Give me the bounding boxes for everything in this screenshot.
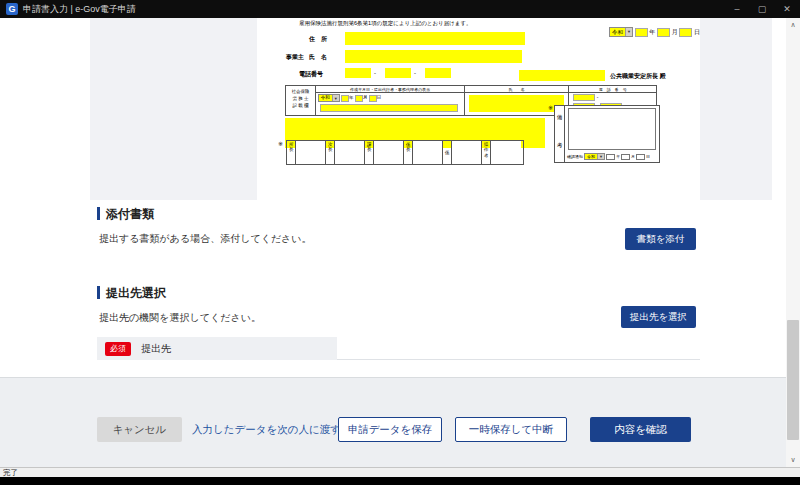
egov-favicon-icon: G xyxy=(6,3,18,15)
phone-dash: - xyxy=(414,70,416,76)
employer-label: 事業主 xyxy=(286,53,304,62)
close-icon[interactable]: ✕ xyxy=(775,0,799,18)
phone-field-1[interactable] xyxy=(345,68,371,78)
address-field[interactable] xyxy=(345,32,525,45)
save-and-suspend-button[interactable]: 一時保存して中断 xyxy=(455,417,567,442)
remarks-label-top: 備 xyxy=(557,114,563,121)
sr-era-select[interactable]: 令和▼ xyxy=(318,94,340,102)
month-unit: 月 xyxy=(672,29,678,35)
law-statement-text: 雇用保険法施行規則第6条第1項の規定により上記のとおり届けます。 xyxy=(299,20,472,27)
scroll-down-icon[interactable]: ∨ xyxy=(786,453,800,467)
office-suffix-label: 公共職業安定所長 殿 xyxy=(610,72,666,81)
confirm-notice-row: 確認通知 令和▼ 年 月 日 xyxy=(567,153,650,160)
employer-name-label: 氏 名 xyxy=(309,53,327,62)
sr-month-field[interactable] xyxy=(355,95,363,102)
browser-status-bar: 完了 xyxy=(0,467,800,477)
phone-field-2[interactable] xyxy=(385,68,411,78)
address-label: 住 所 xyxy=(309,35,327,44)
confirm-notice-label: 確認通知 xyxy=(567,154,583,159)
confirm-day-field[interactable] xyxy=(636,154,645,160)
vertical-scrollbar[interactable]: ∧ ∨ xyxy=(786,18,800,467)
phone-field-3[interactable] xyxy=(425,68,451,78)
save-application-data-button[interactable]: 申請データを保存 xyxy=(338,417,442,442)
phone-label: 電話番号 xyxy=(299,70,323,79)
destination-field-row: 必須 提出先 xyxy=(97,337,700,360)
stamp-cell xyxy=(296,141,326,164)
sr-rowhead: 社会保険 労 務 士 記 載 欄 xyxy=(286,86,316,115)
minimize-icon[interactable]: – xyxy=(725,0,749,18)
attach-documents-button[interactable]: 書類を添付 xyxy=(625,228,696,250)
stamp-label: 課長 xyxy=(365,141,374,164)
office-name-field[interactable] xyxy=(519,70,605,81)
stamp-cell xyxy=(413,141,443,164)
destination-section-title: 提出先選択 xyxy=(106,285,166,302)
remarks-inner-box xyxy=(568,108,656,150)
stamp-label: 操作者 xyxy=(482,141,491,164)
scrollbar-thumb[interactable] xyxy=(787,320,799,440)
required-badge: 必須 xyxy=(105,342,131,356)
stamp-label: 次長 xyxy=(326,141,335,164)
chevron-down-icon: ▼ xyxy=(597,154,604,159)
stamp-label: 係 xyxy=(443,141,452,164)
attachments-description: 提出する書類がある場合、添付してください。 xyxy=(99,232,312,246)
sr-agent-field[interactable] xyxy=(320,104,458,112)
destination-field-label: 提出先 xyxy=(141,342,171,356)
stamp-cell xyxy=(452,141,482,164)
bottom-black-bar xyxy=(0,477,800,485)
section-accent-bar xyxy=(97,207,100,220)
remarks-box: 備 考 確認通知 令和▼ 年 月 日 xyxy=(554,105,660,163)
day-unit: 日 xyxy=(694,29,700,35)
form-sheet: 雇用保険法施行規則第6条第1項の規定により上記のとおり届けます。 令和▼ 年 月… xyxy=(257,18,700,200)
window-title: 申請書入力 | e-Gov電子申請 xyxy=(23,3,136,16)
phone-dash: - xyxy=(374,70,376,76)
sr-year-field[interactable] xyxy=(341,95,349,102)
employer-name-field[interactable] xyxy=(345,50,522,63)
month-field[interactable] xyxy=(657,28,670,37)
stamp-label: 所長 xyxy=(287,141,296,164)
asterisk-mark: ※ xyxy=(548,104,553,111)
handover-data-link[interactable]: 入力したデータを次の人に渡す場合 xyxy=(192,423,362,437)
confirm-year-field[interactable] xyxy=(606,154,615,160)
scroll-up-icon[interactable]: ∧ xyxy=(786,18,800,32)
day-field[interactable] xyxy=(679,28,692,37)
stamp-cell xyxy=(374,141,404,164)
window-titlebar: G 申請書入力 | e-Gov電子申請 – ▢ ✕ xyxy=(0,0,800,18)
application-window: G 申請書入力 | e-Gov電子申請 – ▢ ✕ 雇用保険法施行規則第6条第1… xyxy=(0,0,800,485)
stamp-label: 係長 xyxy=(404,141,413,164)
year-field[interactable] xyxy=(635,28,648,37)
attachments-section-title: 添付書類 xyxy=(106,206,154,223)
confirm-era-select[interactable]: 令和▼ xyxy=(584,153,605,160)
sr-day-field[interactable] xyxy=(369,95,377,102)
sr-date-column: 作成年月日・提出代行者・事務代理者の表示 令和▼ 年 月 日 xyxy=(316,86,465,115)
destination-label-cell: 必須 提出先 xyxy=(97,337,337,360)
confirm-month-field[interactable] xyxy=(621,154,630,160)
era-select[interactable]: 令和▼ xyxy=(609,27,633,37)
asterisk-mark: ※ xyxy=(278,140,283,147)
select-destination-button[interactable]: 提出先を選択 xyxy=(621,306,696,328)
maximize-icon[interactable]: ▢ xyxy=(750,0,774,18)
stamp-cell xyxy=(335,141,365,164)
destination-description: 提出先の機関を選択してください。 xyxy=(99,311,261,325)
form-preview-panel: 雇用保険法施行規則第6条第1項の規定により上記のとおり届けます。 令和▼ 年 月… xyxy=(90,18,772,200)
stamp-cell xyxy=(491,141,521,164)
cancel-button[interactable]: キャンセル xyxy=(97,417,182,442)
status-text: 完了 xyxy=(3,468,18,477)
approval-stamp-table: 所長 次長 課長 係長 係 操作者 xyxy=(286,140,524,165)
remarks-label-bottom: 考 xyxy=(557,142,563,149)
year-unit: 年 xyxy=(649,29,655,35)
sr-phone-field-1[interactable] xyxy=(573,94,595,101)
section-accent-bar xyxy=(97,286,100,299)
confirm-contents-button[interactable]: 内容を確認 xyxy=(590,417,691,442)
chevron-down-icon: ▼ xyxy=(625,28,632,36)
report-date-row: 令和▼ 年 月 日 xyxy=(609,27,700,37)
chevron-down-icon: ▼ xyxy=(332,95,339,101)
